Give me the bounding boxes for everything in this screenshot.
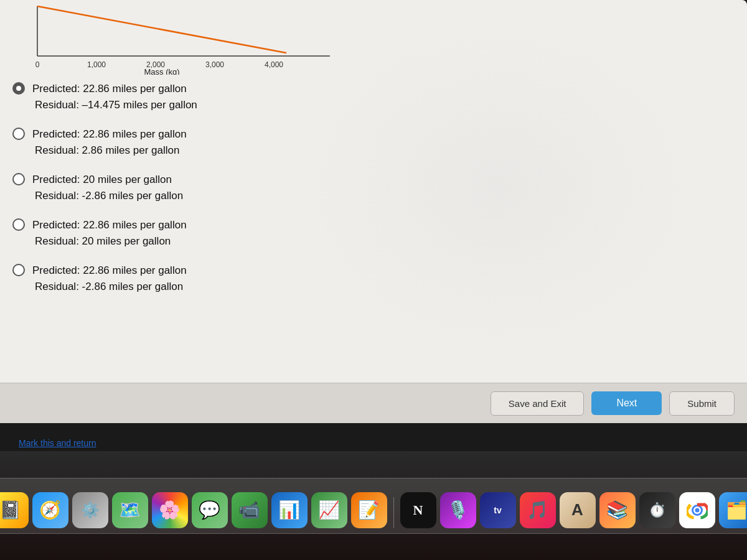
dock-icon-keynote[interactable]: 📊 — [271, 492, 308, 528]
dock-icon-facetime[interactable]: 📹 — [232, 492, 268, 528]
option-d-text: Predicted: 22.86 miles per gallon Residu… — [32, 217, 187, 249]
option-e[interactable]: Predicted: 22.86 miles per gallon Residu… — [6, 263, 355, 294]
dock-icon-news[interactable]: N — [400, 492, 436, 528]
dock-separator — [393, 497, 394, 528]
svg-point-11 — [695, 508, 699, 512]
radio-d[interactable] — [12, 218, 25, 231]
dock-icon-numbers[interactable]: 📈 — [311, 492, 347, 528]
dock-icon-font-book[interactable]: A — [560, 492, 596, 528]
dock-icon-notes[interactable]: 📓 — [0, 492, 29, 528]
radio-a[interactable] — [12, 82, 25, 95]
svg-text:1,000: 1,000 — [87, 60, 106, 69]
background-watermark — [311, 31, 685, 342]
next-button[interactable]: Next — [591, 391, 662, 415]
chart-area: 0 1,000 2,000 3,000 4,000 Mass (kg) — [0, 0, 349, 75]
action-bar: Save and Exit Next Submit — [0, 383, 747, 423]
dock-icon-music[interactable]: 🎵 — [520, 492, 556, 528]
dock-icon-maps[interactable]: 🗺️ — [112, 492, 148, 528]
answer-options: Predicted: 22.86 miles per gallon Residu… — [6, 81, 355, 308]
dock-icon-pages[interactable]: 📝 — [351, 492, 387, 528]
option-c[interactable]: Predicted: 20 miles per gallon Residual:… — [6, 172, 355, 203]
dock-bar: 📓 🧭 ⚙️ 🗺️ 🌸 💬 📹 📊 📈 📝 N 🎙️ tv 🎵 A 📚 ⏱️ — [0, 478, 747, 534]
svg-text:4,000: 4,000 — [265, 60, 283, 69]
option-a[interactable]: Predicted: 22.86 miles per gallon Residu… — [6, 81, 355, 113]
radio-e[interactable] — [12, 264, 25, 276]
dock-icon-safari[interactable]: 🧭 — [32, 492, 68, 528]
chart-svg: 0 1,000 2,000 3,000 4,000 Mass (kg) — [0, 0, 349, 75]
svg-text:0: 0 — [35, 60, 40, 69]
dock-icon-photos[interactable]: 🌸 — [152, 492, 188, 528]
dock-icon-podcasts[interactable]: 🎙️ — [440, 492, 476, 528]
option-b[interactable]: Predicted: 22.86 miles per gallon Residu… — [6, 126, 355, 158]
option-b-text: Predicted: 22.86 miles per gallon Residu… — [32, 126, 187, 158]
option-e-text: Predicted: 22.86 miles per gallon Residu… — [32, 263, 187, 294]
dock-icon-chrome[interactable] — [679, 492, 715, 528]
dock-icon-files[interactable]: 🗂️ — [719, 492, 748, 528]
chrome-icon-svg — [687, 500, 708, 521]
dock-icon-system-prefs[interactable]: ⚙️ — [72, 492, 108, 528]
option-a-text: Predicted: 22.86 miles per gallon Residu… — [32, 81, 197, 113]
save-exit-button[interactable]: Save and Exit — [491, 391, 585, 416]
svg-text:Mass (kg): Mass (kg) — [144, 67, 179, 75]
dock-icon-apple-tv[interactable]: tv — [480, 492, 516, 528]
dock-icon-books[interactable]: 📚 — [599, 492, 636, 528]
svg-line-2 — [37, 6, 286, 53]
mark-return-link[interactable]: Mark this and return — [19, 438, 96, 448]
dock-icon-screen-time[interactable]: ⏱️ — [639, 492, 675, 528]
svg-text:3,000: 3,000 — [205, 60, 224, 69]
radio-b[interactable] — [12, 128, 25, 140]
option-c-text: Predicted: 20 miles per gallon Residual:… — [32, 172, 183, 203]
radio-c[interactable] — [12, 173, 25, 185]
submit-button[interactable]: Submit — [669, 391, 735, 416]
macos-dock: 📓 🧭 ⚙️ 🗺️ 🌸 💬 📹 📊 📈 📝 N 🎙️ tv 🎵 A 📚 ⏱️ — [0, 451, 747, 560]
option-d[interactable]: Predicted: 22.86 miles per gallon Residu… — [6, 217, 355, 249]
quiz-content: 0 1,000 2,000 3,000 4,000 Mass (kg) Pred… — [0, 0, 747, 423]
dock-icon-messages[interactable]: 💬 — [192, 492, 228, 528]
